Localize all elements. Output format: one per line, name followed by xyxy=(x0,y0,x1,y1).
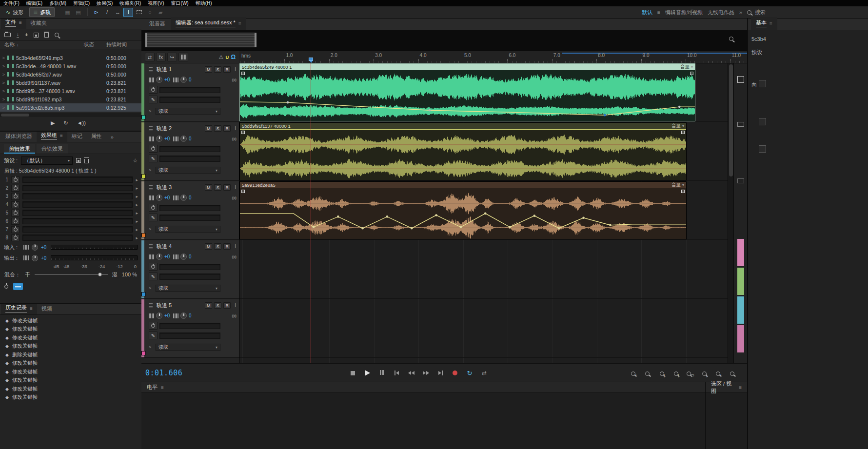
zoom-to-selection-button[interactable]: ▭ xyxy=(684,368,697,379)
effect-slot-row[interactable]: 7▸ xyxy=(0,225,141,234)
track-drag-handle-icon[interactable] xyxy=(149,126,153,131)
effect-slot-row[interactable]: 5▸ xyxy=(0,209,141,217)
panel-menu-icon[interactable]: ≡ xyxy=(769,20,772,26)
clip-header[interactable]: 5a9913ed2e8a5音量▾ xyxy=(240,182,686,188)
headphones-icon[interactable]: Ω xyxy=(231,54,236,60)
menu-item[interactable]: 窗口(W) xyxy=(168,0,192,6)
track-drag-handle-icon[interactable] xyxy=(149,67,153,72)
track-drag-handle-icon[interactable] xyxy=(149,185,153,190)
file-expander-icon[interactable]: > xyxy=(0,97,7,102)
clip-header[interactable]: 5bdd9f91f1137 48000 1音量▾ xyxy=(240,123,686,129)
file-row[interactable]: >5a9913ed2e8a5.mp30:12.925 xyxy=(0,103,141,112)
pan-knob[interactable] xyxy=(180,195,187,201)
panel-menu-icon[interactable]: ≡ xyxy=(238,20,241,26)
track-arm-button[interactable]: R xyxy=(223,125,231,132)
track-pencil-button[interactable]: ✎ xyxy=(149,155,158,162)
navigator-zoom-icon[interactable] xyxy=(729,37,733,41)
effect-slot-box[interactable] xyxy=(22,185,133,191)
paintbrush-tool-icon[interactable]: ▰ xyxy=(156,8,165,17)
stop-button[interactable] xyxy=(346,368,359,378)
chevron-right-icon[interactable]: ▸ xyxy=(136,219,138,224)
tab-mixer[interactable]: 混音器 xyxy=(144,18,170,30)
history-item[interactable]: ◆删除关键帧 xyxy=(0,351,141,359)
scrollbar-thumb[interactable] xyxy=(729,64,733,176)
chevron-right-icon[interactable]: ▸ xyxy=(136,211,138,215)
levels-label[interactable]: 电平 xyxy=(147,384,158,391)
spectral-frequency-icon[interactable]: ▦ xyxy=(62,8,72,17)
track-mute-button[interactable]: M xyxy=(205,66,212,73)
chevron-right-icon[interactable]: ▸ xyxy=(136,177,138,182)
automation-expander-icon[interactable]: > xyxy=(149,227,154,232)
audio-clip[interactable]: 5a9913ed2e8a5音量▾ xyxy=(239,181,687,239)
history-item[interactable]: ◆修改关键帧 xyxy=(0,359,141,368)
automation-mode-dropdown[interactable]: 读取▾ xyxy=(156,285,220,292)
file-row[interactable]: >5c3b4de...49 48000 1.wav0:50.000 xyxy=(0,62,141,70)
track-effect-slot[interactable] xyxy=(159,273,220,280)
io-toggle-icon[interactable]: ⇄ xyxy=(145,53,155,61)
file-expander-icon[interactable]: > xyxy=(0,89,7,94)
volume-knob[interactable] xyxy=(156,254,162,260)
tabs-overflow-icon[interactable]: » xyxy=(106,133,118,142)
file-row[interactable]: >5c3b4de65f2d7.wav0:50.000 xyxy=(0,70,141,78)
track-pencil-button[interactable]: ✎ xyxy=(149,96,158,103)
pause-button[interactable] xyxy=(375,368,388,378)
clip-effects-tab[interactable]: 剪辑效果 xyxy=(4,144,35,154)
track-effect-slot[interactable] xyxy=(159,156,220,162)
track-arm-button[interactable]: R xyxy=(223,184,231,191)
pan-value[interactable]: 0 xyxy=(189,313,196,318)
spectral-pitch-icon[interactable]: ▤ xyxy=(73,8,83,17)
razor-tool-icon[interactable]: / xyxy=(102,8,112,17)
file-expander-icon[interactable]: > xyxy=(0,80,7,85)
track-power-button[interactable] xyxy=(149,145,158,153)
track-pencil-button[interactable]: ✎ xyxy=(149,214,158,221)
chevron-right-icon[interactable]: ▸ xyxy=(136,194,138,199)
essential-category-button[interactable] xyxy=(759,145,766,153)
track-mute-button[interactable]: M xyxy=(205,184,212,191)
panel-menu-icon[interactable]: ≡ xyxy=(30,306,33,311)
track-effect-slot[interactable] xyxy=(159,332,220,339)
effect-slot-row[interactable]: 8▸ xyxy=(0,234,141,242)
effect-power-button[interactable] xyxy=(11,185,20,192)
volume-value[interactable]: +0 xyxy=(164,77,171,82)
automation-mode-dropdown[interactable]: 读取▾ xyxy=(156,167,220,174)
track-mute-button[interactable]: M xyxy=(205,125,212,132)
zoom-in-time-button[interactable]: + xyxy=(628,368,640,379)
preset-dropdown[interactable]: （默认） ▾ xyxy=(21,156,73,165)
file-expander-icon[interactable]: > xyxy=(0,56,7,60)
clip-volume-control[interactable]: 音量▾ xyxy=(680,64,693,70)
fade-out-handle[interactable] xyxy=(690,72,693,75)
workspace-menu-icon[interactable]: ≡ xyxy=(657,10,660,15)
automation-expander-icon[interactable]: > xyxy=(149,286,154,291)
volume-value[interactable]: +0 xyxy=(164,195,171,200)
chevron-right-icon[interactable]: ▸ xyxy=(136,202,138,207)
track-effects-tab[interactable]: 音轨效果 xyxy=(37,144,68,154)
effect-slot-box[interactable] xyxy=(22,193,133,199)
track-solo-button[interactable]: S xyxy=(214,125,221,132)
track-effect-slot[interactable] xyxy=(159,215,220,221)
pan-value[interactable]: 0 xyxy=(189,195,196,200)
track-lane[interactable]: 5bdd9f91f1137 48000 1音量▾ xyxy=(239,122,728,181)
volume-value[interactable]: +0 xyxy=(164,254,171,259)
track-solo-button[interactable]: S xyxy=(214,184,221,191)
history-item[interactable]: ◆修改关键帧 xyxy=(0,342,141,351)
volume-knob[interactable] xyxy=(156,312,162,319)
track-color-chip[interactable] xyxy=(141,351,146,355)
tab-effects-rack[interactable]: 效果组 ≡ xyxy=(37,132,67,142)
tab-video[interactable]: 视频 xyxy=(37,304,57,314)
track-lane[interactable] xyxy=(239,299,728,358)
volume-knob[interactable] xyxy=(156,77,162,83)
delete-preset-icon[interactable] xyxy=(84,159,89,163)
save-preset-icon[interactable] xyxy=(76,158,81,163)
input-monitor-button[interactable]: I xyxy=(235,303,236,308)
rewind-button[interactable] xyxy=(405,368,417,378)
effect-slot-box[interactable] xyxy=(22,234,133,241)
scrollbar-thumb[interactable] xyxy=(1,114,29,117)
file-row[interactable]: >5bdd9f91f1092.mp30:23.821 xyxy=(0,95,141,103)
menu-item[interactable]: 收藏夹(R) xyxy=(116,0,144,6)
panel-menu-icon[interactable]: ≡ xyxy=(19,20,22,25)
effect-slot-box[interactable] xyxy=(22,201,133,208)
history-item[interactable]: ◆修改关键帧 xyxy=(0,325,141,334)
tab-properties[interactable]: 属性 xyxy=(87,132,106,142)
tab-media-browser[interactable]: 媒体浏览器 xyxy=(1,132,37,142)
track-color-chip[interactable] xyxy=(141,292,146,296)
